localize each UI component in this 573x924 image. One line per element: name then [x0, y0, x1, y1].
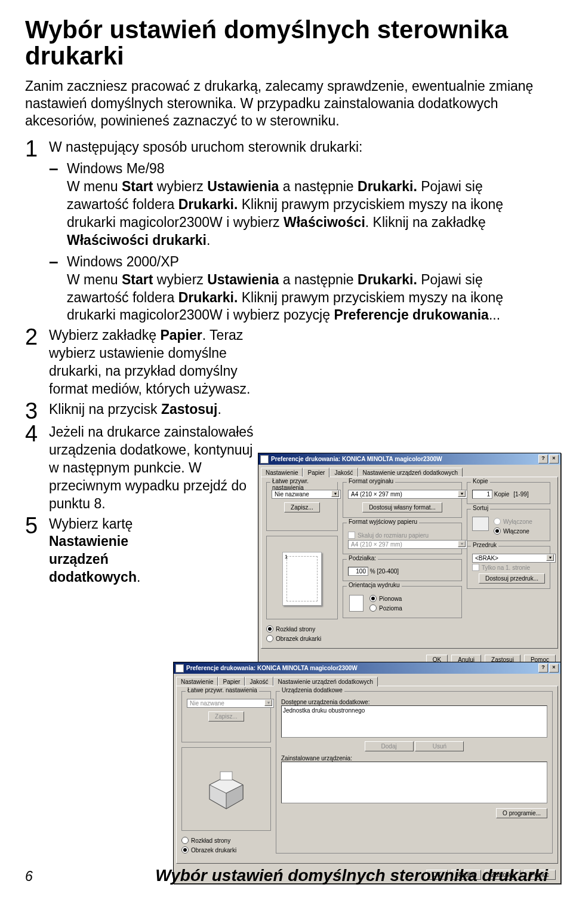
bullet-dash-icon: – — [49, 160, 60, 249]
group-overlay: Przedruk — [471, 542, 498, 548]
group-copies: Kopie — [471, 478, 490, 484]
step-1-bullet-2: Windows 2000/XP W menu Start wybierz Ust… — [67, 253, 548, 325]
page-title: Wybór ustawień domyślnych sterownika dru… — [25, 17, 548, 69]
close-button[interactable]: × — [549, 455, 559, 463]
overlay-dropdown[interactable]: <BRAK> — [472, 554, 556, 563]
help-button[interactable]: ? — [538, 455, 548, 463]
printer-thumb-icon — [199, 768, 254, 813]
dialog1-title: Preferencje drukowania: KONICA MINOLTA m… — [271, 456, 442, 462]
easy-settings-dropdown[interactable]: Nie nazwane — [272, 490, 341, 499]
copies-label: Kopie — [494, 491, 510, 498]
about-button[interactable]: O programie... — [496, 808, 547, 818]
overlay-first-page-checkbox: Tylko na 1. stronie — [472, 564, 545, 571]
step-4-text: Jeżeli na drukarce zainstalowałeś urządz… — [49, 423, 264, 512]
group-easy-settings: Łatwe przywr. nastawienia — [270, 478, 337, 491]
step-1-lead: W następujący sposób uruchom sterownik d… — [49, 139, 362, 155]
easy-settings-dropdown: Nie nazwane — [187, 699, 274, 708]
step-2-number: 2 — [25, 327, 43, 347]
tab-jakosc[interactable]: Jakość — [245, 677, 273, 686]
tab-jakosc[interactable]: Jakość — [329, 468, 358, 477]
group-scale: Podziałka: — [347, 555, 378, 561]
window-icon — [175, 664, 184, 673]
scale-input[interactable]: 100 — [348, 567, 368, 576]
sort-icon — [472, 517, 489, 531]
radio-page-layout[interactable]: Rozkład strony — [266, 625, 338, 633]
radio-sort-off: Wyłączone — [494, 518, 532, 525]
copies-range: [1-99] — [513, 491, 529, 498]
help-button[interactable]: ? — [538, 664, 548, 673]
group-output-format: Format wyjściowy papieru — [347, 518, 419, 525]
step-1-bullet-1: Windows Me/98 W menu Start wybierz Ustaw… — [67, 160, 548, 249]
group-devices: Urządzenia dodatkowe — [280, 687, 344, 693]
list-item[interactable]: Jednostka druku obustronnego — [283, 707, 546, 714]
step-4-number: 4 — [25, 423, 43, 444]
page-preview-icon: 1 — [282, 552, 322, 606]
installed-label: Zainstalowane urządzenia: — [281, 755, 547, 762]
group-sort: Sortuj — [471, 505, 490, 511]
svg-rect-3 — [220, 772, 232, 780]
bullet-dash-icon: – — [49, 253, 60, 325]
custom-format-button[interactable]: Dostosuj własny format... — [362, 502, 442, 512]
radio-printer-thumb[interactable]: Obrazek drukarki — [181, 846, 271, 854]
step-5-number: 5 — [25, 515, 43, 536]
intro-paragraph: Zanim zaczniesz pracować z drukarką, zal… — [25, 78, 548, 129]
step-3-number: 3 — [25, 401, 43, 421]
radio-landscape[interactable]: Pozioma — [369, 604, 402, 612]
print-prefs-dialog-paper: Preferencje drukowania: KONICA MINOLTA m… — [258, 453, 561, 669]
close-button[interactable]: × — [549, 664, 559, 673]
tab-papier[interactable]: Papier — [303, 468, 329, 477]
radio-portrait[interactable]: Pionowa — [369, 595, 402, 602]
window-icon — [260, 455, 269, 463]
tab-nastawienie[interactable]: Nastawienie — [176, 677, 218, 686]
add-button: Dodaj — [365, 741, 414, 751]
output-format-dropdown: A4 (210 × 297 mm) — [348, 540, 467, 549]
save-button: Zapisz... — [208, 711, 244, 722]
scale-range: % [20-400] — [370, 568, 399, 575]
step-5-text: Wybierz kartę Nastawienie urządzeń dodat… — [49, 515, 168, 587]
save-button[interactable]: Zapisz... — [284, 502, 320, 512]
copies-input[interactable]: 1 — [472, 490, 492, 499]
page-number: 6 — [25, 868, 33, 885]
step-3-text: Kliknij na przycisk Zastosuj. — [49, 401, 264, 419]
radio-printer-thumb[interactable]: Obrazek drukarki — [266, 635, 338, 642]
group-format-original: Format oryginału — [347, 478, 395, 484]
step-1-number: 1 — [25, 139, 43, 159]
available-devices-list[interactable]: Jednostka druku obustronnego — [281, 705, 547, 738]
tab-urzadzenia[interactable]: Nastawienie urządzeń dodatkowych — [358, 468, 463, 477]
running-title: Wybór ustawień domyślnych sterownika dru… — [155, 866, 548, 885]
installed-devices-list[interactable] — [281, 762, 547, 803]
format-dropdown[interactable]: A4 (210 × 297 mm) — [348, 490, 467, 499]
print-prefs-dialog-devices: Preferencje drukowania: KONICA MINOLTA m… — [173, 662, 561, 884]
radio-page-layout[interactable]: Rozkład strony — [181, 837, 271, 844]
tab-urzadzenia[interactable]: Nastawienie urządzeń dodatkowych — [273, 677, 378, 686]
remove-button: Usuń — [415, 741, 464, 751]
group-orientation: Orientacja wydruku — [347, 582, 402, 588]
tab-papier[interactable]: Papier — [218, 677, 245, 686]
tab-nastawienie[interactable]: Nastawienie — [261, 468, 303, 477]
overlay-customize-button[interactable]: Dostosuj przedruk... — [479, 573, 545, 584]
scale-checkbox[interactable]: Skaluj do rozmiaru papieru — [348, 532, 457, 539]
radio-sort-on[interactable]: Włączone — [494, 527, 532, 535]
page-icon — [349, 595, 363, 612]
available-label: Dostępne urządzenia dodatkowe: — [281, 699, 547, 705]
step-2-text: Wybierz zakładkę Papier. Teraz wybierz u… — [49, 327, 264, 398]
dialog2-title: Preferencje drukowania: KONICA MINOLTA m… — [186, 665, 358, 671]
group-easy-settings: Łatwe przywr. nastawienia — [186, 687, 259, 693]
